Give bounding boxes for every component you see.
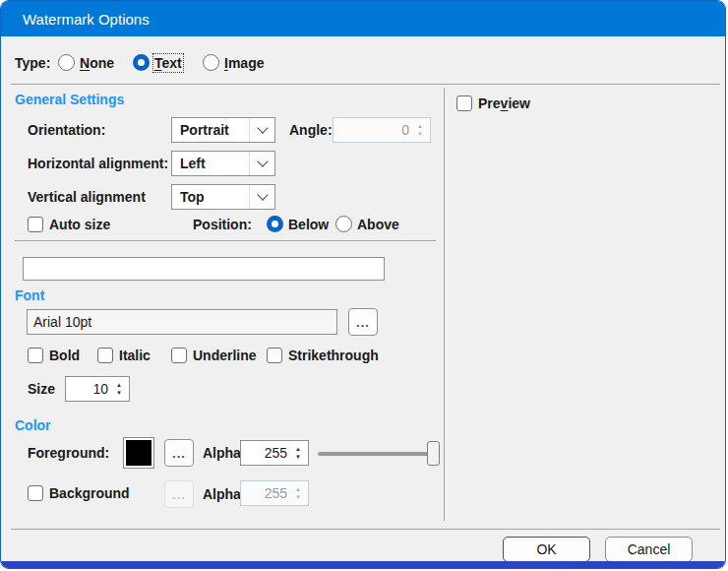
foreground-alpha-spinner[interactable]: ▲▼: [240, 440, 309, 466]
position-below-radio[interactable]: [267, 216, 283, 232]
chevron-down-icon[interactable]: [249, 118, 274, 142]
position-above-label[interactable]: Above: [357, 217, 399, 232]
auto-size-label[interactable]: Auto size: [49, 217, 110, 232]
orientation-select[interactable]: Portrait: [171, 117, 275, 143]
watermark-options-dialog: Watermark Options Type: None Text Image …: [0, 0, 726, 569]
window-bottom-edge: [1, 561, 725, 568]
underline-checkbox[interactable]: [171, 348, 187, 363]
horizontal-alignment-label: Horizontal alignment:: [28, 156, 168, 171]
type-none-radio[interactable]: [58, 54, 75, 71]
spin-down-icon: ▼: [295, 494, 301, 500]
type-text-radio[interactable]: [133, 54, 150, 71]
chevron-down-icon[interactable]: [249, 185, 274, 209]
spin-up-icon[interactable]: ▲: [116, 382, 122, 388]
spin-down-icon[interactable]: ▼: [116, 390, 122, 396]
auto-size-checkbox[interactable]: [28, 217, 43, 232]
background-label[interactable]: Background: [49, 485, 130, 501]
general-settings-header: General Settings: [15, 92, 124, 107]
alpha-slider-track[interactable]: [318, 452, 437, 456]
panel-divider: [444, 88, 445, 521]
color-header: Color: [15, 417, 51, 433]
foreground-color-fill: [126, 440, 152, 466]
type-divider: [11, 84, 720, 85]
position-above-radio[interactable]: [335, 216, 352, 232]
strikethrough-checkbox[interactable]: [267, 348, 282, 363]
dialog-title: Watermark Options: [23, 11, 150, 28]
vertical-alignment-select[interactable]: Top: [171, 184, 275, 210]
foreground-color-swatch[interactable]: [123, 437, 154, 469]
preview-label[interactable]: Preview: [478, 95, 530, 111]
size-spinner[interactable]: ▲▼: [65, 376, 130, 402]
orientation-value: Portrait: [172, 122, 249, 138]
type-none-label[interactable]: None: [80, 55, 114, 71]
background-checkbox[interactable]: [28, 485, 43, 501]
background-alpha-spinner: ▲▼: [240, 480, 309, 506]
vertical-alignment-label: Vertical alignment: [28, 189, 146, 205]
background-color-browse-button: ...: [164, 480, 194, 508]
bold-label[interactable]: Bold: [49, 348, 80, 363]
size-label: Size: [28, 381, 55, 397]
bold-checkbox[interactable]: [28, 348, 43, 363]
orientation-label: Orientation:: [28, 122, 105, 138]
title-bar[interactable]: Watermark Options: [1, 1, 725, 36]
type-image-radio[interactable]: [203, 54, 219, 71]
preview-checkbox[interactable]: [456, 95, 472, 111]
cancel-button[interactable]: Cancel: [605, 537, 693, 562]
strikethrough-label[interactable]: Strikethrough: [288, 348, 379, 363]
type-image-label[interactable]: Image: [224, 55, 264, 71]
background-alpha-input: [241, 485, 290, 501]
spin-down-icon: ▼: [417, 131, 423, 137]
italic-checkbox[interactable]: [97, 348, 113, 363]
ok-button[interactable]: OK: [503, 537, 590, 562]
spin-up-icon[interactable]: ▲: [295, 446, 301, 452]
position-label: Position:: [193, 217, 252, 232]
horizontal-alignment-value: Left: [172, 156, 249, 171]
footer-divider: [11, 529, 720, 530]
chevron-down-icon[interactable]: [249, 152, 274, 175]
foreground-color-browse-button[interactable]: ...: [164, 439, 194, 467]
foreground-alpha-input[interactable]: [241, 445, 290, 461]
spin-up-icon: ▲: [417, 123, 423, 129]
spin-down-icon[interactable]: ▼: [295, 454, 301, 460]
angle-label: Angle:: [289, 122, 333, 138]
type-label: Type:: [15, 55, 50, 71]
spin-up-icon: ▲: [295, 486, 301, 492]
angle-spinner: ▲▼: [333, 117, 431, 143]
font-header: Font: [15, 287, 44, 303]
font-name-field: [27, 309, 337, 335]
position-below-label[interactable]: Below: [288, 217, 329, 232]
size-input[interactable]: [66, 381, 111, 397]
underline-label[interactable]: Underline: [193, 348, 257, 363]
italic-label[interactable]: Italic: [119, 348, 151, 363]
type-text-label[interactable]: Text: [154, 55, 182, 71]
watermark-text-input[interactable]: [23, 257, 385, 281]
angle-input: [334, 122, 412, 138]
general-divider: [15, 240, 436, 241]
font-browse-button[interactable]: ...: [348, 308, 378, 336]
alpha-slider-thumb[interactable]: [427, 441, 440, 466]
foreground-label: Foreground:: [28, 445, 109, 461]
vertical-alignment-value: Top: [172, 189, 249, 205]
horizontal-alignment-select[interactable]: Left: [171, 151, 275, 176]
